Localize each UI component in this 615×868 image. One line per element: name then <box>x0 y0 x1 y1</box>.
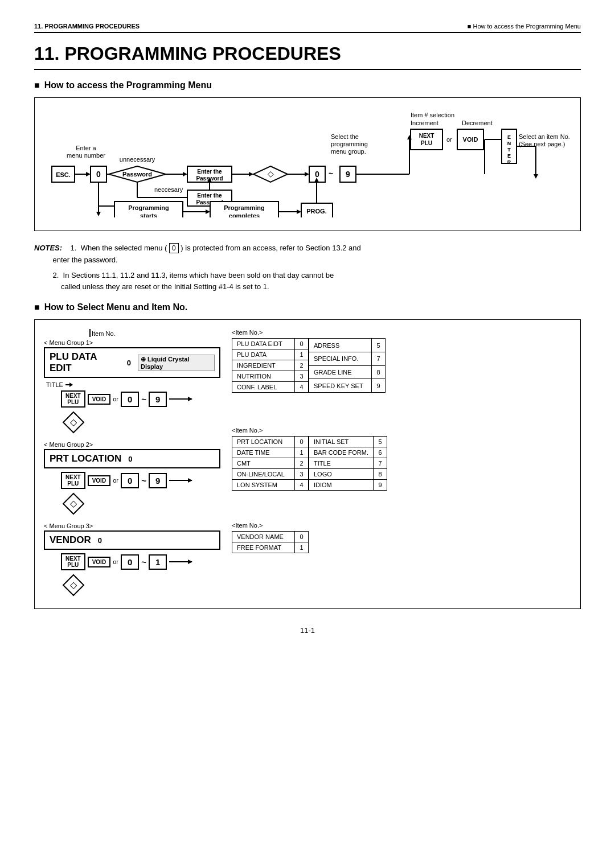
menu-group-2: < Menu Group 2> PRT LOCATION 0 NEXTPLU V… <box>44 441 220 518</box>
plu-row-3-num: 3 <box>295 371 309 382</box>
main-title: 11. PROGRAMMING PROCEDURES <box>34 43 581 70</box>
group2-box: PRT LOCATION 0 <box>44 449 220 468</box>
group3-label: < Menu Group 3> <box>44 523 220 529</box>
diamond-2: ◇ <box>61 491 220 518</box>
zero-key-2[interactable]: 0 <box>121 473 139 488</box>
prt-row-r0-name: INITIAL SET <box>309 437 374 447</box>
prt-tables-row: PRT LOCATION 0 DATE TIME 1 CMT 2 ON-LINE… <box>232 436 571 491</box>
prt-row-4-num: 4 <box>295 480 309 491</box>
next-plu-key-3[interactable]: NEXTPLU <box>61 553 85 570</box>
svg-text:E: E <box>507 134 511 140</box>
plu-row-4-name: CONF. LABEL <box>232 382 295 393</box>
table-row: TITLE 7 <box>309 458 387 469</box>
prt-row-r4-name: IDIOM <box>309 480 374 491</box>
plu-row-2-num: 2 <box>295 360 309 371</box>
svg-text:ESC.: ESC. <box>56 171 71 178</box>
prt-row-4-name: LON SYSTEM <box>232 480 295 491</box>
plu-row-r3-name: SPEED KEY SET <box>309 379 372 393</box>
table-row: SPECIAL INFO. 7 <box>309 352 386 365</box>
tilde-2: ~ <box>141 476 146 486</box>
nine-key-1[interactable]: 9 <box>149 392 167 407</box>
plu-row-1-name: PLU DATA <box>232 349 295 360</box>
vendor-item-no-label: <Item No.> <box>232 522 571 529</box>
table-row: CONF. LABEL 4 <box>232 382 309 393</box>
svg-text:~: ~ <box>329 169 333 178</box>
group1-keys: NEXTPLU VOID or 0 ~ 9 <box>61 390 220 408</box>
next-plu-key-1[interactable]: NEXTPLU <box>61 390 85 408</box>
plu-row-r2-name: GRADE LINE <box>309 365 372 379</box>
group1-num: 0 <box>127 359 131 367</box>
next-plu-key-2[interactable]: NEXTPLU <box>61 472 85 489</box>
one-key-3[interactable]: 1 <box>149 554 167 570</box>
plu-row-1-num: 1 <box>295 349 309 360</box>
svg-text:neccesary: neccesary <box>154 186 183 193</box>
group1-label: < Menu Group 1> <box>44 339 220 346</box>
group2-label: < Menu Group 2> <box>44 441 220 448</box>
title-label-text: TITLE <box>46 381 63 388</box>
group3-num: 0 <box>98 536 102 545</box>
table-row: PLU DATA EIDT 0 <box>232 339 309 349</box>
notes-section: NOTES: 1. When the selected menu ( 0 ) i… <box>34 242 581 293</box>
group3-name: VENDOR <box>50 534 91 546</box>
menu-group-1: < Menu Group 1> PLU DATA EDIT 0 ⊕ Liquid… <box>44 339 220 437</box>
svg-text:menu number: menu number <box>67 152 105 159</box>
svg-text:starts: starts <box>140 212 157 217</box>
table-row: LON SYSTEM 4 <box>232 480 309 491</box>
access-flow-diagram: Item # selection Increment Decrement NEX… <box>34 97 581 231</box>
group1-box: PLU DATA EDIT 0 ⊕ Liquid Crystal Display <box>44 347 220 378</box>
menu-groups-left: Item No. < Menu Group 1> PLU DATA EDIT 0… <box>44 329 220 599</box>
svg-text:Password: Password <box>122 171 152 178</box>
vendor-row-1-name: FREE FORMAT <box>232 542 295 553</box>
nine-key-2[interactable]: 9 <box>149 473 167 488</box>
group3-box: VENDOR 0 <box>44 530 220 550</box>
or-label-2: or <box>113 477 118 484</box>
table-row: INGREDIENT 2 <box>232 360 309 371</box>
diamond-3: ◇ <box>61 573 220 599</box>
vendor-table: VENDOR NAME 0 FREE FORMAT 1 <box>232 531 309 553</box>
svg-text:Enter the: Enter the <box>197 168 222 175</box>
svg-marker-73 <box>96 212 101 216</box>
group1-name: PLU DATA EDIT <box>50 351 120 374</box>
chapter-label: 11. PROGRAMMING PROCEDURES <box>34 23 140 30</box>
plu-row-r1-num: 7 <box>372 352 386 365</box>
tilde-3: ~ <box>141 557 146 567</box>
prt-row-0-name: PRT LOCATION <box>232 437 295 447</box>
table-row: FREE FORMAT 1 <box>232 542 309 553</box>
svg-text:VOID: VOID <box>463 136 478 143</box>
svg-text:0: 0 <box>96 170 101 179</box>
prt-row-r4-num: 9 <box>373 480 387 491</box>
title-label-row: TITLE <box>46 381 220 388</box>
table-row: BAR CODE FORM. 6 <box>309 447 387 458</box>
svg-text:Item # selection: Item # selection <box>411 112 454 118</box>
table-row: INITIAL SET 5 <box>309 437 387 447</box>
zero-key-1[interactable]: 0 <box>121 392 139 407</box>
svg-text:PLU: PLU <box>421 140 432 146</box>
zero-key-3[interactable]: 0 <box>121 554 139 570</box>
plu-row-r0-num: 5 <box>372 339 386 352</box>
item-no-header: Item No. <box>89 329 220 337</box>
table-row: IDIOM 9 <box>309 480 387 491</box>
arrow-2 <box>169 480 192 481</box>
plu-row-0-num: 0 <box>295 339 309 349</box>
prt-row-2-num: 2 <box>295 458 309 469</box>
svg-text:menu group.: menu group. <box>331 148 366 155</box>
plu-row-r0-name: ADRESS <box>309 339 372 352</box>
plu-item-no-label: <Item No.> <box>232 329 571 336</box>
void-key-3[interactable]: VOID <box>88 557 110 567</box>
prt-row-r1-num: 6 <box>373 447 387 458</box>
diamond-1: ◇ <box>61 410 220 437</box>
plu-table-right: ADRESS 5 SPECIAL INFO. 7 GRADE LINE 8 SP… <box>309 338 386 393</box>
void-key-2[interactable]: VOID <box>88 475 110 486</box>
plu-row-3-name: NUTRITION <box>232 371 295 382</box>
table-row: VENDOR NAME 0 <box>232 532 309 542</box>
svg-text:0: 0 <box>315 170 319 179</box>
section-label: ■ How to access the Programming Menu <box>468 23 581 30</box>
tilde-1: ~ <box>141 394 146 404</box>
svg-text:completes: completes <box>229 212 260 217</box>
svg-text:9: 9 <box>346 170 350 179</box>
void-key-1[interactable]: VOID <box>88 394 110 405</box>
plu-tables-row: PLU DATA EIDT 0 PLU DATA 1 INGREDIENT 2 … <box>232 338 571 393</box>
svg-text:Enter the: Enter the <box>197 192 222 199</box>
section2-title: How to Select Menu and Item No. <box>34 302 581 312</box>
table-row: LOGO 8 <box>309 469 387 480</box>
